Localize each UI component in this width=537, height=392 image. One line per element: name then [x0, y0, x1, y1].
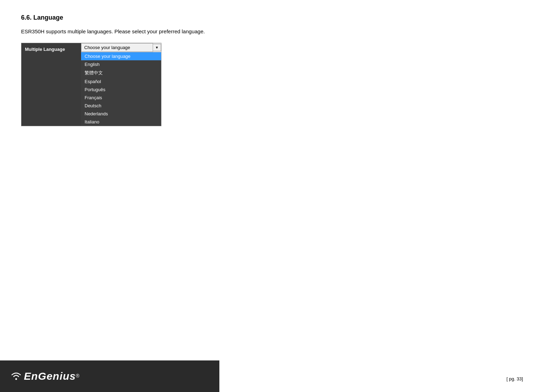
- dropdown-option-7[interactable]: Nederlands: [81, 110, 161, 118]
- svg-point-0: [15, 378, 17, 380]
- dropdown-header[interactable]: Choose your language ▼: [81, 43, 161, 52]
- right-panel: Choose your language ▼ Choose your langu…: [81, 43, 161, 126]
- section-title: 6.6. Language: [21, 14, 516, 21]
- dropdown-option-8[interactable]: Italiano: [81, 118, 161, 126]
- dropdown-option-5[interactable]: Français: [81, 94, 161, 102]
- dropdown-option-3[interactable]: Español: [81, 77, 161, 86]
- registered-symbol: ®: [76, 373, 79, 379]
- dropdown-option-1[interactable]: English: [81, 60, 161, 68]
- dropdown-option-0[interactable]: Choose your language: [81, 52, 161, 60]
- screenshot-row: Multiple Language Choose your language ▼…: [21, 43, 161, 126]
- description-text: ESR350H supports multiple languages. Ple…: [21, 28, 516, 34]
- dropdown-option-2[interactable]: 繁體中文: [81, 68, 161, 77]
- logo-text: EnGenius: [24, 370, 76, 382]
- left-panel: Multiple Language: [21, 43, 81, 126]
- dropdown-option-4[interactable]: Português: [81, 86, 161, 94]
- main-content: 6.6. Language ESR350H supports multiple …: [0, 0, 537, 126]
- dropdown-option-6[interactable]: Deutsch: [81, 102, 161, 110]
- wifi-icon: [11, 372, 22, 381]
- logo-text-container: EnGenius®: [24, 370, 79, 382]
- ui-screenshot: Multiple Language Choose your language ▼…: [21, 43, 161, 126]
- page-number: [ pg. 33]: [506, 376, 523, 381]
- footer: EnGenius®: [0, 360, 219, 392]
- panel-label: Multiple Language: [25, 47, 65, 52]
- logo-container: EnGenius®: [11, 370, 79, 382]
- dropdown-list: Choose your language English 繁體中文 Españo…: [81, 52, 161, 126]
- dropdown-chevron-icon[interactable]: ▼: [153, 44, 161, 51]
- dropdown-selected[interactable]: Choose your language: [81, 43, 153, 52]
